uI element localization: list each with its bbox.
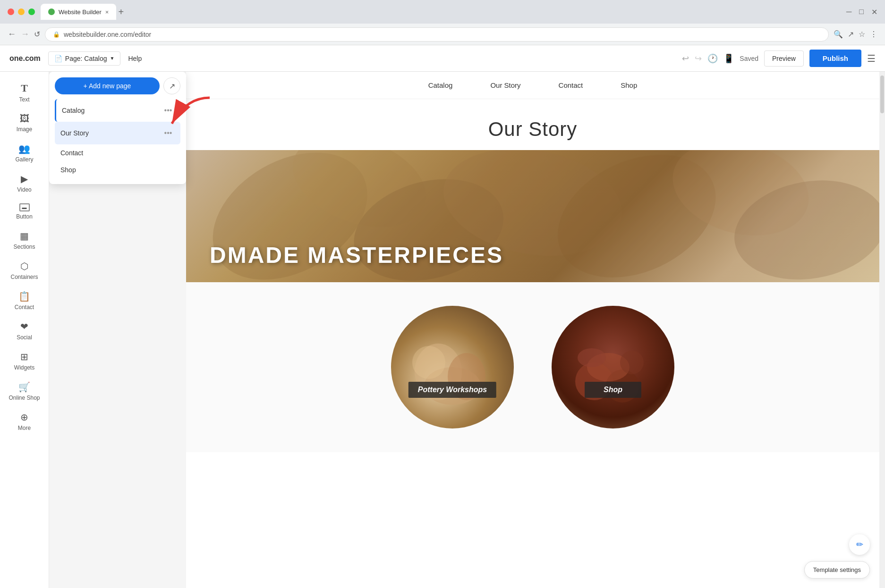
sidebar-item-contact[interactable]: 📋 Contact — [4, 286, 45, 315]
redo-button[interactable]: ↪ — [695, 53, 702, 64]
active-tab[interactable]: Website Builder × — [41, 4, 116, 20]
bookmark-icon[interactable]: ☆ — [859, 30, 865, 39]
browser-controls — [8, 8, 35, 15]
saved-status: Saved — [740, 55, 758, 62]
main-area: + Add new page ↗ Catalog ••• Our Story •… — [49, 72, 885, 588]
sidebar-item-more[interactable]: ⊕ More — [4, 407, 45, 436]
nav-catalog[interactable]: Catalog — [428, 81, 453, 89]
sidebar-item-button[interactable]: ▬ Button — [4, 199, 45, 225]
more-icon: ⊕ — [20, 412, 28, 423]
url-text: websitebuilder.one.com/editor — [64, 31, 151, 38]
scrollbar-thumb[interactable] — [880, 76, 884, 113]
page-list-item-contact[interactable]: Contact — [55, 144, 180, 161]
address-bar[interactable]: 🔒 websitebuilder.one.com/editor — [45, 27, 829, 42]
template-icon-button[interactable]: ✏ — [849, 534, 870, 555]
svg-point-11 — [412, 346, 445, 379]
tab-close-icon[interactable]: × — [105, 8, 109, 16]
sidebar-item-sections[interactable]: ▦ Sections — [4, 226, 45, 255]
sidebar-item-online-shop[interactable]: 🛒 Online Shop — [4, 377, 45, 406]
traffic-light-green[interactable] — [28, 8, 35, 15]
text-icon: T — [21, 82, 28, 94]
pottery-label: Pottery Workshops — [408, 382, 496, 398]
page-selector[interactable]: 📄 Page: Catalog ▼ — [48, 51, 121, 66]
nav-our-story[interactable]: Our Story — [490, 81, 520, 89]
sidebar-item-containers[interactable]: ⬡ Containers — [4, 256, 45, 285]
sidebar-item-video[interactable]: ▶ Video — [4, 168, 45, 198]
settings-panel-button[interactable]: ☰ — [867, 53, 876, 64]
sidebar-label-video: Video — [17, 186, 31, 193]
browser-navbar: ← → ↺ 🔒 websitebuilder.one.com/editor 🔍 … — [0, 24, 885, 45]
traffic-light-yellow[interactable] — [18, 8, 25, 15]
sidebar-item-widgets[interactable]: ⊞ Widgets — [4, 346, 45, 376]
website-preview: Catalog Our Story Contact Shop Our Story — [186, 72, 879, 588]
traffic-light-red[interactable] — [8, 8, 14, 15]
gallery-icon: 👥 — [18, 143, 30, 154]
history-button[interactable]: 🕐 — [707, 53, 718, 64]
online-shop-icon: 🛒 — [18, 381, 30, 393]
new-tab-button[interactable]: + — [118, 7, 124, 17]
contact-icon: 📋 — [18, 291, 30, 302]
sidebar-item-gallery[interactable]: 👥 Gallery — [4, 138, 45, 168]
one-logo: one.com — [9, 54, 41, 63]
share-icon[interactable]: ↗ — [848, 30, 854, 39]
browser-nav-actions: 🔍 ↗ ☆ ⋮ — [834, 30, 877, 39]
close-window-icon[interactable]: ✕ — [871, 8, 877, 17]
browser-titlebar: Website Builder × + ─ □ ✕ — [0, 0, 885, 24]
video-icon: ▶ — [21, 173, 28, 185]
nav-contact[interactable]: Contact — [559, 81, 583, 89]
catalog-item-pottery[interactable]: Pottery Workshops — [391, 306, 514, 428]
contact-page-label: Contact — [60, 149, 83, 157]
catalog-item-shop[interactable]: Shop — [552, 306, 674, 428]
page-label: Page: Catalog — [65, 55, 107, 62]
our-story-more-button[interactable]: ••• — [162, 126, 175, 140]
back-button[interactable]: ← — [8, 29, 16, 39]
nav-shop[interactable]: Shop — [621, 81, 637, 89]
scrollbar[interactable] — [879, 72, 885, 588]
svg-point-15 — [620, 351, 644, 374]
containers-icon: ⬡ — [20, 260, 28, 272]
help-button[interactable]: Help — [128, 55, 142, 62]
pottery-circle: Pottery Workshops — [391, 306, 514, 428]
sidebar-label-sections: Sections — [13, 244, 35, 250]
catalog-more-button[interactable]: ••• — [162, 104, 175, 117]
publish-button[interactable]: Publish — [809, 50, 861, 67]
preview-button[interactable]: Preview — [764, 50, 804, 67]
sections-icon: ▦ — [20, 230, 29, 242]
sidebar-label-containers: Containers — [10, 274, 38, 280]
app-layout: T Text 🖼 Image 👥 Gallery ▶ Video ▬ Butto… — [0, 72, 885, 588]
undo-button[interactable]: ↩ — [682, 53, 689, 64]
minimize-icon[interactable]: ─ — [846, 8, 851, 17]
template-settings-button[interactable]: Template settings — [804, 561, 870, 579]
page-list-item-catalog[interactable]: Catalog ••• — [55, 99, 180, 122]
maximize-icon[interactable]: □ — [859, 8, 864, 17]
logo-text: one.com — [9, 54, 41, 62]
sidebar-item-image[interactable]: 🖼 Image — [4, 109, 45, 137]
sidebar-label-social: Social — [17, 334, 32, 341]
sidebar-item-social[interactable]: ❤ Social — [4, 316, 45, 345]
sidebar-label-image: Image — [17, 126, 32, 133]
sidebar-label-button: Button — [16, 213, 33, 220]
shop-circle: Shop — [552, 306, 674, 428]
page-share-button[interactable]: ↗ — [163, 77, 180, 94]
catalog-grid: Pottery Workshops — [186, 282, 879, 452]
sidebar-label-text: Text — [19, 96, 29, 103]
chevron-down-icon: ▼ — [110, 56, 115, 61]
refresh-button[interactable]: ↺ — [34, 30, 40, 39]
forward-button[interactable]: → — [21, 29, 29, 39]
our-story-page-label: Our Story — [60, 129, 89, 137]
mobile-preview-button[interactable]: 📱 — [723, 53, 734, 64]
tab-bar: Website Builder × + — [41, 4, 841, 20]
page-list-item-shop[interactable]: Shop — [55, 161, 180, 178]
sidebar-item-text[interactable]: T Text — [4, 77, 45, 108]
sidebar-label-widgets: Widgets — [14, 364, 34, 371]
widgets-icon: ⊞ — [20, 351, 28, 362]
shop-visual — [552, 306, 674, 428]
add-new-page-button[interactable]: + Add new page — [55, 77, 160, 94]
menu-icon[interactable]: ⋮ — [870, 30, 877, 39]
page-list-item-our-story[interactable]: Our Story ••• — [55, 122, 180, 144]
search-icon[interactable]: 🔍 — [834, 30, 843, 39]
hero-section: DMADE MASTERPIECES — [186, 150, 879, 282]
shop-page-label: Shop — [60, 166, 76, 174]
sidebar-label-more: More — [18, 425, 31, 431]
sidebar: T Text 🖼 Image 👥 Gallery ▶ Video ▬ Butto… — [0, 72, 49, 588]
